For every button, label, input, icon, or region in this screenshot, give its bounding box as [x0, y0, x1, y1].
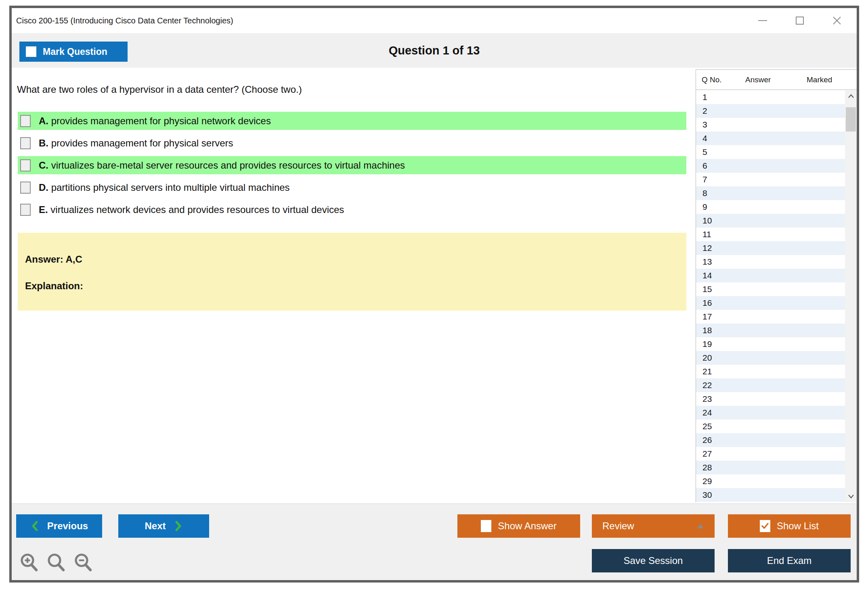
option-checkbox[interactable] — [20, 115, 31, 127]
question-number: 7 — [696, 175, 707, 184]
question-list-row[interactable]: 19 — [696, 337, 845, 351]
question-list-row[interactable]: 27 — [696, 447, 845, 461]
question-number: 17 — [696, 312, 712, 321]
question-number: 13 — [696, 257, 712, 266]
question-number: 4 — [696, 134, 707, 143]
option-letter: E. — [39, 204, 48, 215]
question-list-row[interactable]: 4 — [696, 132, 845, 145]
question-number: 12 — [696, 243, 712, 253]
question-list-row[interactable]: 6 — [696, 159, 845, 173]
question-number: 8 — [696, 188, 707, 198]
question-list-row[interactable]: 3 — [696, 118, 845, 132]
question-list-row[interactable]: 5 — [696, 145, 845, 159]
question-list-row[interactable]: 24 — [696, 406, 845, 420]
show-answer-label: Show Answer — [498, 520, 556, 532]
mark-question-button[interactable]: Mark Question — [19, 42, 128, 62]
option-row-a[interactable]: A. provides management for physical netw… — [18, 112, 686, 130]
show-answer-button[interactable]: Show Answer — [457, 514, 580, 538]
question-list-row[interactable]: 9 — [696, 200, 845, 214]
question-list-row[interactable]: 2 — [696, 104, 845, 118]
option-row-c[interactable]: C. virtualizes bare-metal server resourc… — [18, 156, 686, 174]
question-list-row[interactable]: 16 — [696, 296, 845, 310]
question-list-row[interactable]: 13 — [696, 255, 845, 269]
scroll-down-button[interactable] — [845, 490, 857, 502]
options-list: A. provides management for physical netw… — [18, 112, 686, 223]
review-label: Review — [602, 520, 634, 532]
question-number: 23 — [696, 394, 712, 403]
option-checkbox[interactable] — [20, 204, 31, 216]
option-letter: C. — [39, 160, 48, 171]
question-list-row[interactable]: 8 — [696, 186, 845, 200]
scrollbar-thumb[interactable] — [846, 107, 856, 132]
title-bar: Cisco 200-155 (Introducing Cisco Data Ce… — [12, 8, 857, 33]
end-exam-button[interactable]: End Exam — [728, 549, 851, 572]
zoom-in-button[interactable] — [19, 552, 39, 573]
question-list-row[interactable]: 23 — [696, 392, 845, 406]
zoom-out-button[interactable] — [73, 552, 93, 573]
save-session-button[interactable]: Save Session — [592, 549, 715, 572]
question-list-row[interactable]: 20 — [696, 351, 845, 365]
column-header-qno: Q No. — [702, 70, 722, 90]
question-list-row[interactable]: 7 — [696, 173, 845, 186]
question-list-row[interactable]: 30 — [696, 488, 845, 502]
question-list-scrollbar[interactable] — [845, 90, 857, 502]
question-list-body: 1234567891011121314151617181920212223242… — [696, 90, 845, 502]
option-text: virtualizes network devices and provides… — [50, 204, 344, 215]
option-letter: D. — [39, 182, 48, 193]
show-answer-checkbox[interactable] — [481, 520, 491, 532]
header-band: Question 1 of 13 Mark Question — [12, 33, 857, 68]
close-button[interactable] — [832, 15, 842, 26]
question-list-row[interactable]: 14 — [696, 269, 845, 282]
question-number: 11 — [696, 230, 711, 239]
option-checkbox[interactable] — [20, 137, 31, 149]
question-list-row[interactable]: 28 — [696, 461, 845, 474]
show-list-label: Show List — [777, 520, 819, 532]
show-list-checkbox[interactable] — [760, 520, 770, 532]
next-label: Next — [145, 520, 166, 532]
question-number: 30 — [696, 490, 712, 499]
question-list-row[interactable]: 11 — [696, 228, 845, 241]
question-list-row[interactable]: 12 — [696, 241, 845, 255]
option-checkbox[interactable] — [20, 182, 31, 194]
option-checkbox[interactable] — [20, 159, 31, 171]
minimize-button[interactable] — [757, 15, 768, 26]
question-number: 21 — [696, 367, 712, 376]
question-list-row[interactable]: 22 — [696, 378, 845, 392]
answer-explanation-box: Answer: A,C Explanation: — [18, 233, 686, 311]
screenshot-canvas: Cisco 200-155 (Introducing Cisco Data Ce… — [0, 0, 868, 593]
option-text: partitions physical servers into multipl… — [51, 182, 290, 193]
explanation-label: Explanation: — [25, 280, 83, 292]
question-counter: Question 1 of 13 — [12, 33, 857, 68]
maximize-button[interactable] — [795, 15, 805, 26]
end-exam-label: End Exam — [767, 555, 812, 566]
mark-question-checkbox[interactable] — [26, 46, 36, 57]
option-letter: A. — [39, 115, 48, 126]
option-row-d[interactable]: D. partitions physical servers into mult… — [18, 178, 686, 196]
save-session-label: Save Session — [624, 555, 683, 566]
question-list-row[interactable]: 18 — [696, 324, 845, 337]
question-number: 19 — [696, 339, 712, 349]
question-list-row[interactable]: 25 — [696, 420, 845, 433]
review-button[interactable]: Review — [592, 514, 715, 538]
close-icon — [832, 15, 842, 26]
question-number: 28 — [696, 463, 712, 472]
next-button[interactable]: Next — [118, 514, 209, 538]
question-list-row[interactable]: 29 — [696, 474, 845, 488]
question-list-sidebar: Q No. Answer Marked 12345678910111213141… — [696, 69, 857, 502]
mark-question-label: Mark Question — [43, 46, 107, 57]
question-list-row[interactable]: 15 — [696, 282, 845, 296]
option-row-b[interactable]: B. provides management for physical serv… — [18, 134, 686, 152]
question-list-row[interactable]: 21 — [696, 365, 845, 378]
scroll-up-button[interactable] — [845, 90, 857, 102]
question-list-row[interactable]: 10 — [696, 214, 845, 228]
previous-button[interactable]: Previous — [16, 514, 102, 538]
option-text: provides management for physical servers — [51, 138, 233, 148]
question-number: 25 — [696, 422, 712, 431]
question-list-row[interactable]: 26 — [696, 433, 845, 447]
question-number: 9 — [696, 202, 707, 211]
zoom-reset-button[interactable] — [46, 552, 66, 573]
question-list-row[interactable]: 1 — [696, 90, 845, 104]
question-list-row[interactable]: 17 — [696, 310, 845, 324]
option-row-e[interactable]: E. virtualizes network devices and provi… — [18, 200, 686, 219]
show-list-button[interactable]: Show List — [728, 514, 851, 538]
